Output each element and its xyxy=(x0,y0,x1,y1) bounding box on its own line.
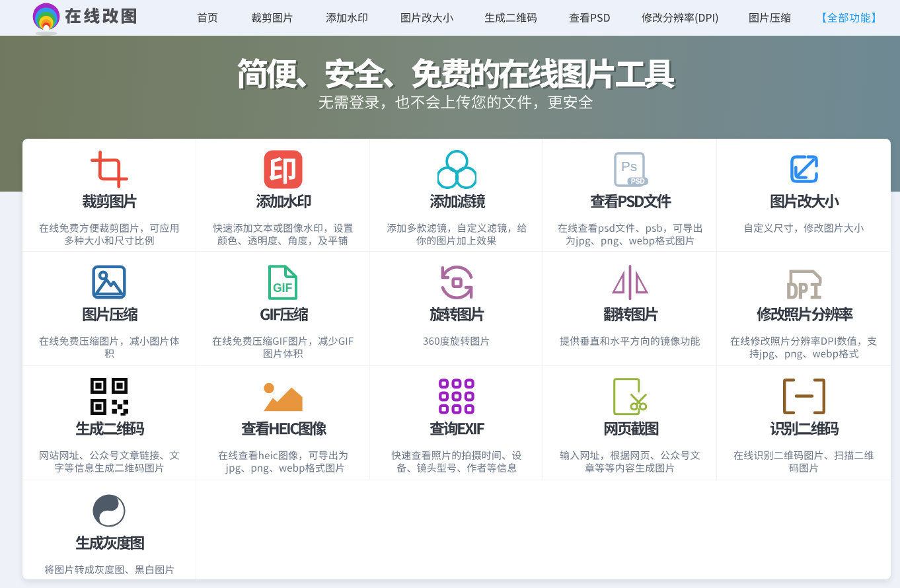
svg-text:GIF: GIF xyxy=(273,281,292,294)
svg-text:PSD: PSD xyxy=(631,177,645,184)
svg-text:Ps: Ps xyxy=(621,158,637,173)
